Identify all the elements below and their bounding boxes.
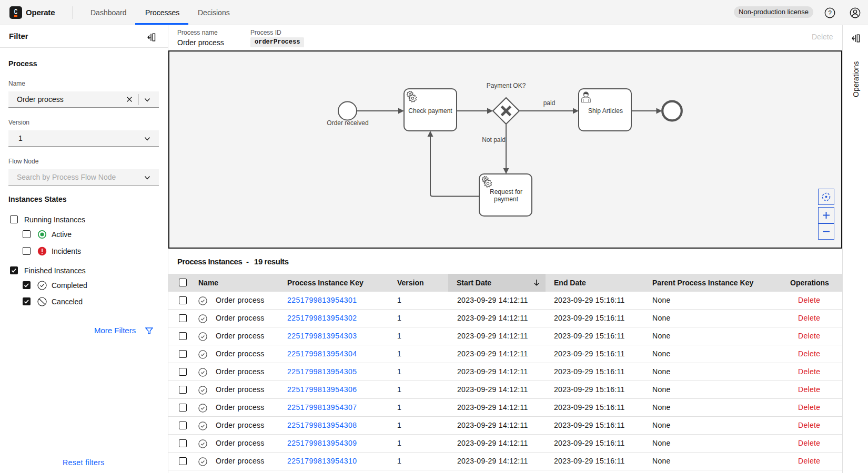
svg-text:Ship Articles: Ship Articles (588, 107, 623, 115)
svg-text:?: ? (828, 9, 832, 17)
svg-text:Not paid: Not paid (482, 136, 506, 143)
svg-text:Payment OK?: Payment OK? (487, 82, 526, 89)
svg-text:payment: payment (494, 196, 519, 203)
svg-text:Request for: Request for (490, 188, 522, 196)
svg-text:paid: paid (543, 99, 556, 107)
svg-text:Check payment: Check payment (408, 107, 452, 115)
svg-text:Order received: Order received (327, 119, 368, 127)
